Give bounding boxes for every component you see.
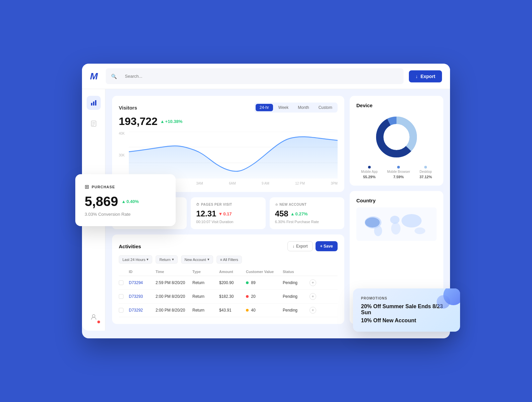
metric-pages-label: ⏱ PAGES PER VISIT [196, 203, 260, 206]
legend-mobile-browser: Mobile Browser 7.59% [387, 166, 410, 179]
row2-cv: 20 [246, 294, 283, 299]
filter-newaccount[interactable]: New Account ▾ [181, 255, 213, 264]
svg-point-22 [365, 217, 380, 227]
row1-cv: 89 [246, 280, 283, 285]
purchase-value: 5,869 ▲ 0.40% [85, 194, 166, 209]
table-row: D73293 2:00 PM 8/20/20 Return $182.30 20… [119, 290, 338, 304]
svg-point-18 [390, 216, 400, 224]
svg-rect-1 [93, 102, 94, 106]
row1-amount: $200.90 [219, 280, 246, 285]
metric-newaccount-label: ☆ NEW ACCOUNT [275, 203, 339, 206]
svg-rect-0 [91, 103, 92, 106]
svg-point-7 [92, 315, 95, 317]
download-icon: ↓ [416, 74, 418, 79]
legend-dot-mobile-app [368, 166, 371, 169]
row2-add-button[interactable]: + [309, 293, 316, 300]
main-window: M 🔍 ↓ Export [82, 64, 450, 338]
time-tabs: 24-hr Week Month Custom [254, 103, 338, 113]
sidebar-item-profile[interactable] [87, 310, 101, 324]
metric-pages-value: 12.31 ▼ 0.17 [196, 209, 260, 218]
filter-row: Last 24 Hours ▾ Return ▾ New Account ▾ ≡… [119, 255, 338, 264]
promotions-card: PROMOTIONS 20% Off Summer Sale Ends 8/23… [353, 288, 460, 332]
chart-y-labels: 40K 30K 20K [119, 132, 129, 179]
row3-checkbox[interactable] [119, 308, 123, 313]
chart-svg-area [129, 132, 338, 179]
notification-badge [97, 321, 100, 323]
metric-pages: ⏱ PAGES PER VISIT 12.31 ▼ 0.17 00:10:07 … [191, 197, 265, 229]
activities-card: Activities ↓ Export + Save Last 24 Hours… [112, 234, 344, 324]
row3-type: Return [192, 308, 219, 313]
row2-time: 2:00 PM 8/20/20 [156, 294, 192, 299]
activities-title: Activities [119, 244, 141, 249]
row1-time: 2:59 PM 8/20/20 [156, 280, 192, 285]
purchase-trend: ▲ 0.40% [121, 199, 139, 204]
svg-rect-2 [95, 100, 96, 106]
row2-checkbox[interactable] [119, 294, 123, 299]
sidebar-item-dashboard[interactable] [87, 96, 101, 110]
activities-export-button[interactable]: ↓ Export [287, 241, 313, 251]
svg-point-20 [402, 214, 422, 227]
purchase-label: PURCHASE [92, 185, 115, 189]
filter-return[interactable]: Return ▾ [156, 255, 177, 264]
activities-header: Activities ↓ Export + Save [119, 241, 338, 251]
promo-ball-2 [437, 295, 450, 309]
row1-checkbox[interactable] [119, 280, 123, 285]
country-title: Country [356, 198, 437, 203]
row3-amount: $43.91 [219, 308, 246, 313]
purchase-sub: 3.03% Conversion Rate [85, 212, 166, 217]
row1-type: Return [192, 280, 219, 285]
svg-point-19 [391, 222, 401, 234]
metric-newaccount-sub: 6.30% First Purchase Rate [275, 220, 339, 224]
filter-allfilters[interactable]: ≡ All Filters [216, 256, 242, 264]
activities-actions: ↓ Export + Save [287, 241, 338, 251]
metric-newaccount-value: 458 ▲ 0.27% [275, 209, 339, 218]
row1-add-button[interactable]: + [309, 279, 316, 286]
sidebar-item-reports[interactable] [87, 117, 101, 131]
metric-pages-trend: ▼ 0.17 [218, 211, 232, 216]
table-header: ID Time Type Amount Customer Value Statu… [119, 268, 338, 276]
legend-dot-mobile-browser [397, 166, 400, 169]
row1-cv-dot [246, 281, 249, 284]
row3-time: 2:00 PM 8/20/20 [156, 308, 192, 313]
row3-status: Pending [283, 308, 309, 313]
purchase-icon: ⊞ [85, 184, 89, 190]
visitors-title: Visitors [119, 105, 137, 111]
device-legend: Mobile App 55.29% Mobile Browser 7.59% D… [356, 166, 437, 179]
tab-week[interactable]: Week [274, 104, 292, 111]
row1-status: Pending [283, 280, 309, 285]
activities-save-button[interactable]: + Save [316, 241, 338, 251]
top-bar: M 🔍 ↓ Export [82, 64, 450, 89]
world-map [356, 207, 437, 241]
device-title: Device [356, 103, 437, 108]
row1-id[interactable]: D73294 [129, 280, 156, 285]
visitors-trend: ▲ +10.38% [160, 119, 183, 124]
row3-cv-dot [246, 309, 249, 312]
purchase-header: ⊞ PURCHASE [85, 184, 166, 190]
metric-newaccount-trend: ▲ 0.27% [290, 211, 308, 216]
visitors-count: 193,722 ▲ +10.38% [119, 115, 338, 128]
row2-cv-dot [246, 295, 249, 298]
promo-decoration [433, 288, 460, 315]
row2-status: Pending [283, 294, 309, 299]
row3-cv: 40 [246, 308, 283, 313]
logo-icon: M [90, 71, 98, 82]
row2-type: Return [192, 294, 219, 299]
row2-amount: $182.30 [219, 294, 246, 299]
promo-item-2: 10% Off New Account [361, 318, 452, 324]
row2-id[interactable]: D73293 [129, 294, 156, 299]
table-row: D73294 2:59 PM 8/20/20 Return $200.90 89… [119, 276, 338, 290]
row3-id[interactable]: D73292 [129, 308, 156, 313]
search-input[interactable] [119, 71, 398, 81]
tab-month[interactable]: Month [294, 104, 313, 111]
svg-point-21 [415, 227, 425, 234]
device-card: Device [350, 96, 443, 186]
metric-pages-sub: 00:10:07 Visit Duration [196, 220, 260, 224]
donut-chart [356, 114, 437, 160]
row3-add-button[interactable]: + [309, 307, 316, 314]
tab-24hr[interactable]: 24-hr [256, 104, 273, 111]
tab-custom[interactable]: Custom [315, 104, 336, 111]
export-button[interactable]: ↓ Export [409, 70, 442, 82]
filter-last24h[interactable]: Last 24 Hours ▾ [119, 255, 152, 264]
metric-newaccount: ☆ NEW ACCOUNT 458 ▲ 0.27% 6.30% First Pu… [270, 197, 344, 229]
purchase-card: ⊞ PURCHASE 5,869 ▲ 0.40% 3.03% Conversio… [75, 174, 176, 226]
